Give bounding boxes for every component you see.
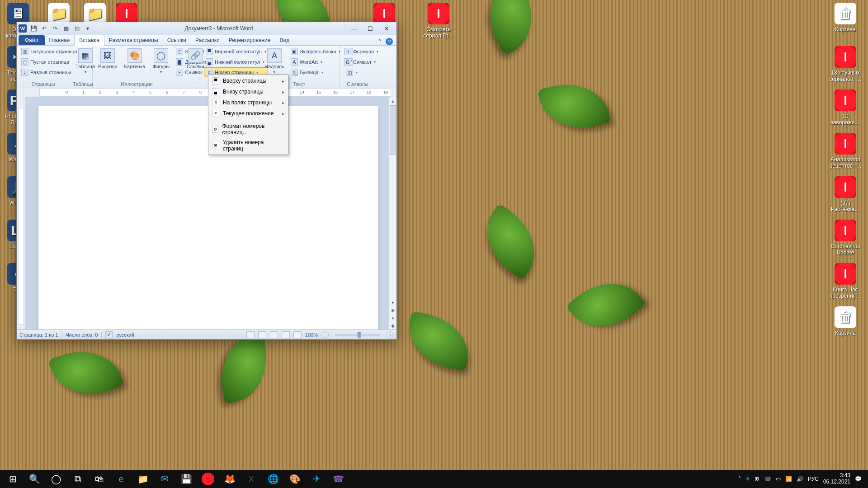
- tray-chevron-icon[interactable]: ˄: [738, 476, 741, 482]
- menu-remove-page-numbers[interactable]: ✖Удалить номера страниц: [209, 137, 287, 154]
- qat-redo[interactable]: ↷: [51, 24, 59, 33]
- taskbar-save[interactable]: 💾: [176, 471, 196, 487]
- prev-page-button[interactable]: ◉: [389, 306, 396, 314]
- taskbar-paint[interactable]: 🎨: [285, 471, 305, 487]
- zoom-in-button[interactable]: +: [387, 331, 394, 338]
- taskbar-mail[interactable]: ✉: [155, 471, 175, 487]
- scroll-thumb[interactable]: [390, 105, 396, 155]
- equation-button[interactable]: πФормула: [342, 47, 380, 56]
- taskbar-firefox[interactable]: 🦊: [220, 471, 240, 487]
- wordart-button[interactable]: AWordArt: [289, 57, 343, 67]
- header-button[interactable]: ▀Верхний колонтитул: [204, 47, 268, 56]
- maximize-button[interactable]: ☐: [362, 23, 378, 33]
- desktop-icon-opera[interactable]: 13 научных сериалов, …: [827, 46, 863, 82]
- taskbar-explorer[interactable]: 📁: [133, 471, 153, 487]
- tab-вид[interactable]: Вид: [275, 35, 294, 45]
- group-label: Символы: [342, 80, 373, 88]
- dropcap-button[interactable]: A͟Буквица: [289, 67, 343, 77]
- taskbar-store[interactable]: 🛍: [90, 471, 109, 487]
- status-page[interactable]: Страница: 1 из 1: [19, 332, 58, 338]
- tray-battery-icon[interactable]: ▭: [776, 476, 781, 482]
- tray-volume-icon[interactable]: 🔊: [797, 476, 803, 482]
- view-outline[interactable]: [282, 331, 290, 338]
- tray-security-icon[interactable]: ⛨: [755, 476, 760, 482]
- page-scroll[interactable]: [26, 97, 389, 329]
- textbox-button[interactable]: AНадпись▾: [262, 47, 287, 76]
- clipart-button[interactable]: 🎨Картинка: [122, 47, 148, 71]
- tab-разметка страницы[interactable]: Разметка страницы: [104, 35, 163, 45]
- status-language[interactable]: русский: [116, 332, 134, 338]
- vertical-ruler[interactable]: [17, 97, 26, 329]
- tray-telegram-icon[interactable]: ✈: [745, 476, 750, 482]
- help-button[interactable]: ?: [386, 38, 393, 45]
- desktop[interactable]: 🖥Этот компью…✈Telegram ярл…PsPhotoshop Я…: [0, 0, 868, 488]
- desktop-icon-opera[interactable]: Смотреть сериал Гр…: [420, 3, 457, 39]
- qat-new[interactable]: ▦: [62, 24, 70, 33]
- zoom-out-button[interactable]: −: [321, 331, 329, 338]
- minimize-button[interactable]: ―: [346, 23, 362, 33]
- tab-рассылки[interactable]: Рассылки: [191, 35, 224, 45]
- menu-top-of-page[interactable]: ▀Вверху страницы▸: [209, 75, 287, 86]
- horizontal-ruler[interactable]: 012345678910111213141516171819: [17, 88, 396, 97]
- desktop-icon-opera[interactable]: Coronavirus Update: [827, 220, 863, 256]
- start-button[interactable]: ⊞: [3, 471, 23, 487]
- taskbar-opera[interactable]: [198, 471, 218, 487]
- tab-рецензирование[interactable]: Рецензирование: [224, 35, 275, 45]
- desktop-icon-opera[interactable]: Анализатор рецептов -…: [827, 133, 863, 169]
- next-page-button[interactable]: ◉: [389, 322, 396, 329]
- close-button[interactable]: ✕: [378, 23, 395, 33]
- vertical-scrollbar[interactable]: ▲ ▼ ◉ ● ◉: [389, 97, 396, 329]
- tab-вставка[interactable]: Вставка: [74, 35, 104, 46]
- qat-save[interactable]: 💾: [29, 24, 38, 33]
- zoom-slider[interactable]: [335, 334, 380, 336]
- view-draft[interactable]: [293, 331, 302, 338]
- shapes-button[interactable]: ◯Фигуры▾: [150, 47, 172, 76]
- qat-print[interactable]: ▤: [73, 24, 81, 33]
- taskbar-viber[interactable]: ☎: [328, 471, 348, 487]
- search-button[interactable]: 🔍: [24, 471, 44, 487]
- spellcheck-icon[interactable]: ✔: [105, 331, 113, 338]
- menu-current-position[interactable]: #Текущее положение▸: [209, 108, 287, 119]
- label: Формула: [353, 49, 374, 54]
- taskbar-telegram[interactable]: ✈: [307, 471, 326, 487]
- label: Разрыв страницы: [30, 70, 71, 75]
- scroll-down-button[interactable]: ▼: [389, 299, 396, 306]
- status-bar: Страница: 1 из 1 Число слов: 0 ✔ русский…: [17, 329, 396, 339]
- tray-wifi-icon[interactable]: 📶: [785, 476, 792, 482]
- qat-undo[interactable]: ↶: [40, 24, 48, 33]
- symbol-button[interactable]: ΩСимвол: [342, 57, 380, 67]
- desktop-icon-recycle[interactable]: 🗑Корзина: [827, 306, 863, 336]
- tray-viber-icon[interactable]: ☎: [764, 476, 771, 482]
- footer-button[interactable]: ▄Нижний колонтитул: [204, 57, 268, 67]
- tray-language[interactable]: РУС: [808, 476, 819, 482]
- tray-clock[interactable]: 3:43 06.12.2021: [823, 473, 850, 485]
- leaf-decoration: [566, 266, 646, 344]
- taskbar-excel[interactable]: X: [241, 471, 261, 487]
- view-fullscreen[interactable]: [258, 331, 266, 338]
- desktop-icon-opera[interactable]: (37) Растяжка…: [827, 176, 863, 212]
- scroll-up-button[interactable]: ▲: [389, 97, 396, 105]
- taskview-button[interactable]: ⧉: [68, 471, 88, 487]
- ribbon-minimize-icon[interactable]: ^: [376, 37, 384, 45]
- zoom-level[interactable]: 100%: [305, 332, 318, 338]
- desktop-icon-opera[interactable]: Книга Час презрения…: [827, 263, 863, 299]
- menu-bottom-of-page[interactable]: ▄Внизу страницы▸: [209, 86, 287, 97]
- browse-object-button[interactable]: ●: [389, 314, 396, 322]
- tab-главная[interactable]: Главная: [45, 35, 75, 45]
- quickparts-button[interactable]: ▣Экспресс-блоки: [289, 47, 343, 56]
- view-web[interactable]: [270, 331, 278, 338]
- view-print-layout[interactable]: [246, 331, 255, 338]
- desktop-icon-opera[interactable]: 10 заворажи…: [827, 89, 863, 126]
- desktop-icon-recycle[interactable]: 🗑Корзина: [827, 3, 863, 33]
- cortana-button[interactable]: ◯: [46, 471, 66, 487]
- menu-page-margins[interactable]: ▯На полях страницы▸: [209, 97, 287, 108]
- tab-file[interactable]: Файл: [19, 35, 45, 45]
- taskbar-edge[interactable]: 🌐: [263, 471, 283, 487]
- tray-notifications-icon[interactable]: 💬: [855, 476, 862, 482]
- menu-format-page-numbers[interactable]: ⚙Формат номеров страниц…: [209, 121, 287, 137]
- qat-customize[interactable]: ▾: [84, 24, 92, 33]
- picture-button[interactable]: 🖼Рисунок: [95, 47, 120, 71]
- status-words[interactable]: Число слов: 0: [66, 332, 98, 338]
- taskbar-ie[interactable]: e: [111, 471, 131, 487]
- tab-ссылки[interactable]: Ссылки: [163, 35, 191, 45]
